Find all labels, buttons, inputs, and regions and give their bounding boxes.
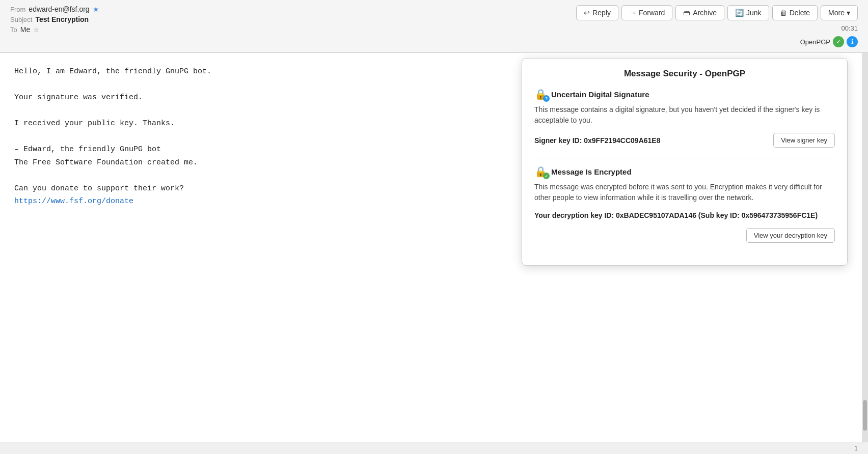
uncertain-signature-icon: 🔒 ? <box>534 88 547 100</box>
view-decryption-row: View your decryption key <box>534 228 835 243</box>
junk-icon: 🔄 <box>735 9 744 17</box>
from-label: From <box>10 6 25 13</box>
forward-label: Forward <box>639 9 665 17</box>
reply-label: Reply <box>592 9 611 17</box>
page-number: 1 <box>854 445 858 452</box>
security-panel: Message Security - OpenPGP 🔒 ? Uncertain… <box>522 58 848 266</box>
signature-body: This message contains a digital signatur… <box>534 104 835 126</box>
signature-section: 🔒 ? Uncertain Digital Signature This mes… <box>534 88 835 148</box>
archive-icon: 🗃 <box>683 9 690 17</box>
pgp-checkmark-icon: ✓ <box>833 36 844 47</box>
toolbar: ↩ Reply → Forward 🗃 Archive 🔄 Junk <box>576 5 858 20</box>
to-label: To <box>10 26 17 34</box>
panel-divider <box>534 158 835 158</box>
reply-icon: ↩ <box>584 9 590 17</box>
signature-title: Uncertain Digital Signature <box>551 90 649 99</box>
to-star-icon: ☆ <box>33 26 39 34</box>
signer-key-row: Signer key ID: 0x9FF2194CC09A61E8 View s… <box>534 133 835 148</box>
encryption-body: This message was encrypted before it was… <box>534 182 835 203</box>
encryption-title: Message Is Encrypted <box>551 167 632 176</box>
delete-icon: 🗑 <box>780 9 787 17</box>
from-line: From edward-en@fsf.org ★ <box>10 5 99 13</box>
more-label: More <box>828 9 845 17</box>
view-decryption-key-button[interactable]: View your decryption key <box>746 228 835 243</box>
delete-button[interactable]: 🗑 Delete <box>772 5 818 20</box>
time-display: 00:31 <box>841 24 858 32</box>
junk-label: Junk <box>746 9 762 17</box>
email-body: Hello, I am Edward, the friendly GnuPG b… <box>0 53 868 442</box>
to-line: To Me ☆ <box>10 25 99 34</box>
subject-label: Subject <box>10 16 32 23</box>
email-meta: From edward-en@fsf.org ★ Subject Test En… <box>10 5 99 34</box>
forward-icon: → <box>629 9 636 17</box>
encryption-section: 🔒 ✓ Message Is Encrypted This message wa… <box>534 165 835 243</box>
pgp-info-icon: ℹ <box>847 36 858 47</box>
chevron-down-icon: ▾ <box>847 9 850 17</box>
archive-button[interactable]: 🗃 Archive <box>675 5 724 20</box>
reply-button[interactable]: ↩ Reply <box>576 5 618 20</box>
encrypted-check-badge: ✓ <box>543 173 550 179</box>
scrollbar-thumb[interactable] <box>863 400 867 431</box>
view-signer-key-button[interactable]: View signer key <box>773 133 835 148</box>
forward-button[interactable]: → Forward <box>621 5 672 20</box>
decryption-key-id: Your decryption key ID: 0xBADEC95107ADA1… <box>534 210 835 221</box>
openpgp-indicator[interactable]: OpenPGP ✓ ℹ <box>800 36 858 47</box>
signature-header: 🔒 ? Uncertain Digital Signature <box>534 88 835 100</box>
more-button[interactable]: More ▾ <box>821 5 858 20</box>
header-right: ↩ Reply → Forward 🗃 Archive 🔄 Junk <box>576 5 858 47</box>
to-name: Me <box>20 25 30 34</box>
donate-link[interactable]: https://www.fsf.org/donate <box>14 197 133 206</box>
star-icon: ★ <box>93 5 99 13</box>
archive-label: Archive <box>693 9 717 17</box>
delete-label: Delete <box>790 9 810 17</box>
email-header: From edward-en@fsf.org ★ Subject Test En… <box>0 0 868 53</box>
scrollbar[interactable] <box>862 53 868 442</box>
uncertain-badge: ? <box>543 95 550 102</box>
from-email: edward-en@fsf.org <box>29 5 89 13</box>
encryption-header: 🔒 ✓ Message Is Encrypted <box>534 165 835 178</box>
bottom-bar: 1 <box>0 442 868 454</box>
encrypted-icon: 🔒 ✓ <box>534 165 547 178</box>
email-client: From edward-en@fsf.org ★ Subject Test En… <box>0 0 868 454</box>
signer-key-id: Signer key ID: 0x9FF2194CC09A61E8 <box>534 136 660 145</box>
subject-line: Subject Test Encryption <box>10 15 99 23</box>
junk-button[interactable]: 🔄 Junk <box>727 5 769 20</box>
panel-title: Message Security - OpenPGP <box>534 69 835 79</box>
subject-text: Test Encryption <box>35 15 89 23</box>
openpgp-label: OpenPGP <box>800 38 830 46</box>
